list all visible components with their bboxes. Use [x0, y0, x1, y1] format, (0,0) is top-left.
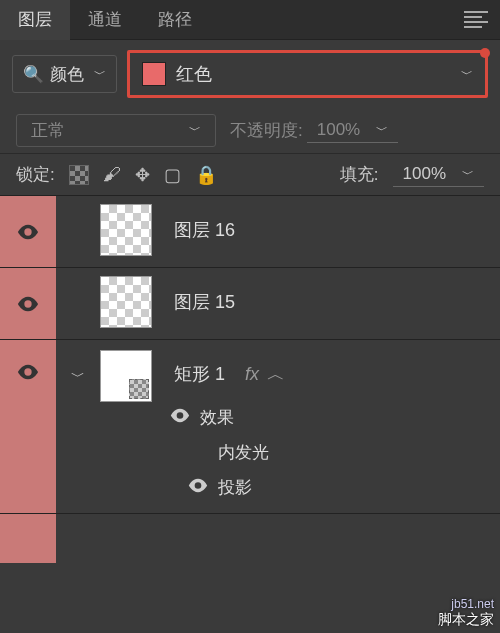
- color-swatch-icon: [142, 62, 166, 86]
- watermark-url: jb51.net: [438, 597, 494, 611]
- layer-color-tag[interactable]: [0, 196, 56, 267]
- opacity-label: 不透明度:: [230, 119, 303, 142]
- panel-menu-icon[interactable]: [464, 11, 488, 28]
- filter-row: 🔍 颜色 ﹀ 红色 ﹀: [0, 40, 500, 108]
- effects-label: 效果: [200, 406, 234, 429]
- layer-color-tag: [0, 514, 56, 563]
- brush-icon[interactable]: 🖌: [103, 164, 121, 185]
- lock-label: 锁定:: [16, 163, 55, 186]
- filter-color-select[interactable]: 红色 ﹀: [134, 57, 481, 91]
- layer-color-tag[interactable]: [0, 340, 56, 513]
- opacity-group: 不透明度: 100% ﹀: [230, 118, 398, 143]
- blend-mode-value: 正常: [31, 119, 65, 142]
- move-icon[interactable]: ✥: [135, 164, 150, 186]
- layer-thumbnail[interactable]: [100, 204, 152, 256]
- layer-row-empty: [0, 513, 500, 563]
- filter-color-highlight: 红色 ﹀: [127, 50, 488, 98]
- visibility-eye-icon[interactable]: [17, 364, 39, 380]
- layer-name[interactable]: 图层 15: [160, 276, 500, 328]
- effect-name: 内发光: [218, 441, 269, 464]
- fill-input[interactable]: 100% ﹀: [393, 162, 484, 187]
- expand-toggle[interactable]: ﹀: [56, 340, 100, 513]
- layers-list: 图层 16 图层 15 ﹀ 矩形 1 fx ︿: [0, 195, 500, 563]
- chevron-up-icon[interactable]: ︿: [267, 362, 285, 386]
- effect-item[interactable]: 内发光: [170, 435, 500, 470]
- chevron-down-icon: ﹀: [376, 122, 388, 139]
- panel-tabs: 图层 通道 路径: [0, 0, 500, 40]
- chevron-down-icon: ﹀: [94, 66, 106, 83]
- blend-mode-select[interactable]: 正常 ﹀: [16, 114, 216, 147]
- highlight-dot-icon: [480, 48, 490, 58]
- layer-name[interactable]: 矩形 1: [160, 348, 225, 400]
- lock-transparency-icon[interactable]: [69, 165, 89, 185]
- blend-opacity-row: 正常 ﹀ 不透明度: 100% ﹀: [0, 108, 500, 153]
- search-icon: 🔍: [23, 64, 44, 85]
- fill-label: 填充:: [340, 163, 379, 186]
- opacity-value: 100%: [317, 120, 360, 140]
- tab-paths[interactable]: 路径: [140, 0, 210, 40]
- visibility-eye-icon[interactable]: [17, 224, 39, 240]
- opacity-input[interactable]: 100% ﹀: [307, 118, 398, 143]
- effect-name: 投影: [218, 476, 252, 499]
- filter-color-name: 红色: [176, 62, 212, 86]
- layer-name[interactable]: 图层 16: [160, 204, 500, 256]
- visibility-eye-icon[interactable]: [17, 296, 39, 312]
- expand-toggle[interactable]: [56, 268, 100, 339]
- lock-row: 锁定: 🖌 ✥ ▢ 🔒 填充: 100% ﹀: [0, 153, 500, 195]
- layer-thumbnail[interactable]: [100, 276, 152, 328]
- chevron-down-icon: ﹀: [461, 66, 473, 83]
- chevron-down-icon: ﹀: [189, 122, 201, 139]
- layer-row[interactable]: ﹀ 矩形 1 fx ︿ 效果 内发光: [0, 339, 500, 513]
- effect-item[interactable]: 投影: [170, 470, 500, 505]
- watermark: jb51.net 脚本之家: [438, 597, 494, 629]
- watermark-name: 脚本之家: [438, 611, 494, 629]
- tab-channels[interactable]: 通道: [70, 0, 140, 40]
- layer-color-tag[interactable]: [0, 268, 56, 339]
- expand-toggle[interactable]: [56, 196, 100, 267]
- filter-kind-select[interactable]: 🔍 颜色 ﹀: [12, 55, 117, 93]
- visibility-eye-icon[interactable]: [188, 478, 208, 498]
- layers-panel: 图层 通道 路径 🔍 颜色 ﹀ 红色 ﹀ 正常 ﹀ 不透明度: 100%: [0, 0, 500, 563]
- fx-badge: fx: [245, 364, 259, 385]
- tab-layers[interactable]: 图层: [0, 0, 70, 40]
- layer-row[interactable]: 图层 15: [0, 267, 500, 339]
- lock-icon[interactable]: 🔒: [195, 164, 217, 186]
- layer-row[interactable]: 图层 16: [0, 195, 500, 267]
- visibility-eye-icon[interactable]: [170, 408, 190, 428]
- chevron-down-icon: ﹀: [462, 166, 474, 183]
- filter-kind-label: 颜色: [50, 63, 84, 86]
- artboard-icon[interactable]: ▢: [164, 164, 181, 186]
- fill-value: 100%: [403, 164, 446, 184]
- effects-group[interactable]: 效果: [170, 400, 500, 435]
- layer-thumbnail[interactable]: [100, 350, 152, 402]
